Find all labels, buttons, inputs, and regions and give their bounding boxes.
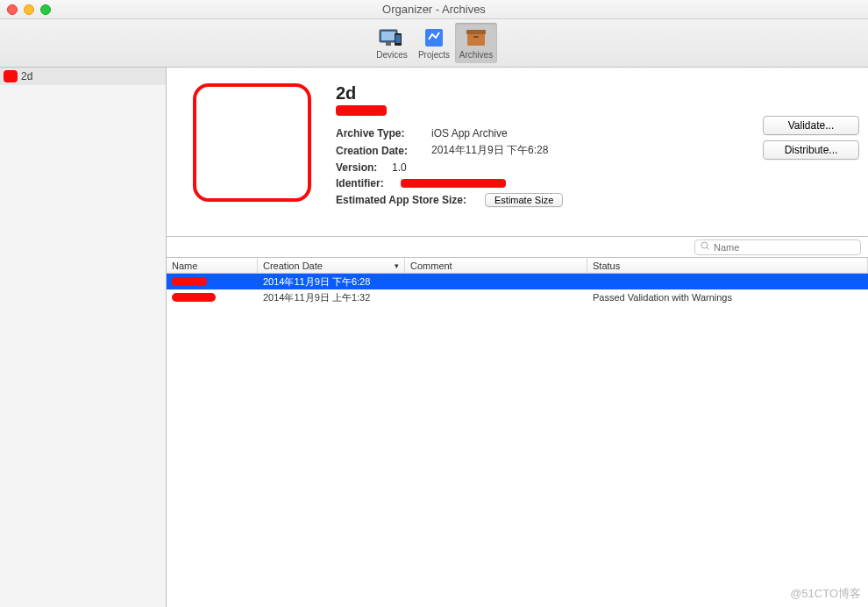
redacted-name (172, 277, 207, 286)
archive-table: Name Creation Date ▾ Comment Status 2014… (167, 258, 868, 607)
cell-comment (405, 296, 587, 299)
titlebar: Organizer - Archives (0, 0, 868, 19)
sidebar-item-app[interactable]: 2d (0, 68, 166, 85)
distribute-button[interactable]: Distribute... (763, 140, 859, 160)
toolbar-segment: Devices Projects Archives (371, 23, 497, 63)
svg-line-10 (707, 247, 709, 250)
maximize-icon[interactable] (40, 4, 51, 15)
cell-status: Passed Validation with Warnings (587, 290, 868, 304)
tab-archives[interactable]: Archives (455, 23, 497, 63)
cell-status (587, 280, 868, 283)
redacted-identifier (401, 179, 506, 188)
label-version: Version: (336, 161, 388, 174)
redacted-subtitle (336, 105, 387, 116)
app-icon (193, 83, 311, 202)
label-archive-type: Archive Type: (336, 127, 428, 139)
search-field[interactable] (694, 239, 861, 255)
col-header-date[interactable]: Creation Date ▾ (258, 258, 405, 273)
search-icon (701, 241, 710, 253)
cell-comment (405, 280, 587, 283)
search-row (167, 237, 868, 258)
search-input[interactable] (714, 242, 855, 253)
window-title: Organizer - Archives (382, 3, 486, 16)
table-header: Name Creation Date ▾ Comment Status (167, 258, 868, 274)
cell-date: 2014年11月9日 下午6:28 (258, 274, 405, 290)
label-est-size: Estimated App Store Size: (336, 194, 485, 206)
label-creation-date: Creation Date: (336, 145, 428, 157)
sidebar: 2d (0, 68, 167, 607)
archive-title: 2d (336, 83, 850, 104)
col-header-comment[interactable]: Comment (405, 258, 587, 273)
devices-icon (379, 27, 405, 48)
tab-projects[interactable]: Projects (413, 23, 455, 63)
window-controls (7, 4, 51, 15)
svg-point-9 (701, 242, 708, 248)
value-version: 1.0 (392, 161, 407, 174)
tab-archives-label: Archives (459, 50, 493, 60)
cell-date: 2014年11月9日 上午1:32 (258, 289, 405, 306)
redacted-name (172, 293, 216, 302)
svg-rect-2 (386, 42, 391, 46)
projects-icon (421, 27, 447, 48)
svg-rect-8 (473, 36, 479, 38)
content-area: 2d Archive Type: iOS App Archive Creatio… (167, 68, 868, 607)
close-icon[interactable] (7, 4, 18, 15)
svg-rect-4 (395, 35, 401, 43)
value-archive-type: iOS App Archive (431, 127, 508, 139)
svg-rect-1 (381, 32, 395, 40)
tab-devices[interactable]: Devices (371, 23, 413, 63)
minimize-icon[interactable] (24, 4, 34, 15)
detail-pane: 2d Archive Type: iOS App Archive Creatio… (167, 68, 868, 237)
sidebar-item-label: 2d (21, 70, 32, 82)
svg-rect-7 (466, 30, 486, 34)
svg-rect-6 (467, 33, 485, 46)
value-creation-date: 2014年11月9日 下午6:28 (431, 143, 548, 158)
col-header-status[interactable]: Status (587, 258, 868, 273)
tab-projects-label: Projects (418, 50, 450, 60)
toolbar: Devices Projects Archives (0, 19, 868, 68)
col-header-name[interactable]: Name (167, 258, 258, 273)
archives-icon (463, 27, 489, 48)
label-identifier: Identifier: (336, 177, 397, 189)
svg-rect-5 (425, 29, 443, 46)
validate-button[interactable]: Validate... (763, 116, 859, 135)
col-header-date-label: Creation Date (263, 261, 323, 271)
estimate-size-button[interactable]: Estimate Size (485, 193, 563, 207)
tab-devices-label: Devices (376, 50, 408, 60)
chevron-down-icon: ▾ (395, 261, 399, 270)
watermark: @51CTO博客 (790, 586, 861, 602)
table-row[interactable]: 2014年11月9日 下午6:28 (167, 274, 868, 289)
table-row[interactable]: 2014年11月9日 上午1:32 Passed Validation with… (167, 289, 868, 305)
redacted-icon (4, 70, 18, 82)
